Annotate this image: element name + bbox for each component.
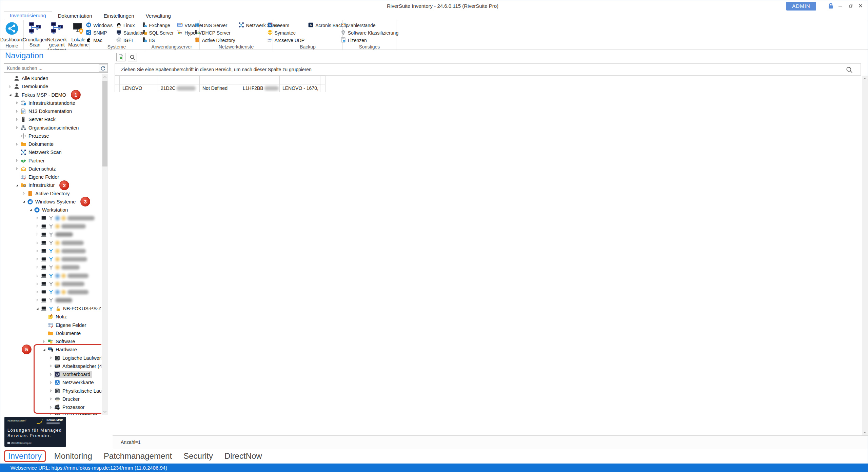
ribbon-button-grundlagen-scan[interactable]: Grundlagen Scan — [24, 21, 46, 47]
tree-item-prozessor[interactable]: CPUProzessor — [0, 403, 101, 411]
ribbon-button-lizenzen[interactable]: iLizenzen — [340, 37, 398, 44]
chevron-up-icon[interactable] — [862, 76, 868, 81]
tree-item-hardware[interactable]: Hardware — [0, 346, 101, 354]
tree-item-alle-kunden[interactable]: Alle Kunden — [0, 74, 101, 82]
ribbon-button-netzwerk-gesamt[interactable]: Netzwerk gesamt — [46, 21, 68, 47]
tree-item-partner[interactable]: Partner — [0, 157, 101, 165]
expander-open-icon[interactable] — [41, 348, 47, 352]
tree-item-motherboard[interactable]: Motherboard — [0, 370, 101, 378]
tree-item-active-directory[interactable]: Active Directory — [0, 190, 101, 198]
tree-item-physikalische-laufwerke[interactable]: Physikalische Laufwerke — [0, 387, 101, 395]
ribbon-button-dashboard[interactable]: Dashboard — [1, 21, 23, 42]
ribbon-button-software-klassifizierung[interactable]: Software Klassifizierung — [340, 29, 398, 37]
tree-item-workstation[interactable]: Workstation — [0, 206, 101, 214]
expander-closed-icon[interactable] — [48, 356, 54, 360]
expander-open-icon[interactable] — [14, 183, 20, 188]
restore-button[interactable] — [845, 1, 855, 11]
tree-item-infrastrukturstandorte[interactable]: Infrastrukturstandorte — [0, 99, 101, 107]
tree-item-datenschutz[interactable]: Datenschutz — [0, 165, 101, 173]
tree-item-redacted[interactable] — [0, 272, 101, 280]
tree-item-n13-dokumentation[interactable]: N13 Dokumentation — [0, 107, 101, 115]
expander-closed-icon[interactable] — [34, 224, 41, 229]
expander-closed-icon[interactable] — [21, 191, 27, 196]
expander-closed-icon[interactable] — [34, 257, 41, 261]
admin-button[interactable]: ADMIN — [786, 2, 816, 11]
menu-tab-verwaltung[interactable]: Verwaltung — [140, 12, 177, 20]
expander-closed-icon[interactable] — [34, 274, 41, 278]
tree-item-prozesse[interactable]: Prozesse — [0, 132, 101, 140]
expander-closed-icon[interactable] — [34, 216, 41, 220]
ribbon-button-symantec[interactable]: Symantec — [267, 29, 305, 37]
ribbon-button-dhcp-server[interactable]: DHCPDHCP Server — [194, 29, 235, 37]
module-tab-security[interactable]: Security — [183, 451, 213, 461]
expander-closed-icon[interactable] — [14, 142, 20, 146]
module-tab-monitoring[interactable]: Monitoring — [54, 451, 92, 461]
expander-closed-icon[interactable] — [34, 232, 41, 237]
tree-scrollbar[interactable] — [102, 74, 108, 415]
minimize-button[interactable] — [835, 1, 845, 11]
tree-item-logische-laufwerke[interactable]: Logische Laufwerke — [0, 354, 101, 362]
tree-item-eigene-felder[interactable]: Eigene Felder — [0, 321, 101, 329]
expander-open-icon[interactable] — [7, 93, 14, 97]
column-header-seriennummer[interactable] — [240, 76, 280, 84]
expander-closed-icon[interactable] — [7, 84, 14, 89]
chevron-up-icon[interactable] — [102, 74, 108, 80]
tree-item-dokumente[interactable]: Dokumente — [0, 329, 101, 337]
export-button[interactable] — [116, 53, 125, 61]
expander-closed-icon[interactable] — [34, 249, 41, 253]
menu-tab-dokumentation[interactable]: Dokumentation — [52, 12, 98, 20]
ribbon-button-mac[interactable]: Mac — [86, 37, 113, 44]
tree-item-redacted[interactable] — [0, 231, 101, 239]
tree-item-server-rack[interactable]: Server Rack — [0, 115, 101, 123]
tree-item-raid-controller[interactable]: RAID Controller — [0, 411, 101, 415]
group-by-bar[interactable]: Ziehen Sie eine Spaltenüberschrift in di… — [115, 63, 861, 76]
expander-closed-icon[interactable] — [14, 125, 20, 130]
column-header-bios-version[interactable] — [280, 76, 320, 84]
tree-item-redacted[interactable] — [0, 280, 101, 288]
tree-item-software[interactable]: Software — [0, 337, 101, 346]
expander-closed-icon[interactable] — [48, 372, 54, 377]
ribbon-button-z-hlerst-nde[interactable]: Zählerstände — [340, 22, 398, 29]
grid-scrollbar[interactable] — [862, 76, 868, 435]
tree-item-redacted[interactable] — [0, 263, 101, 272]
expander-closed-icon[interactable] — [14, 166, 20, 171]
expander-closed-icon[interactable] — [48, 413, 54, 415]
ribbon-button-arcserve-udp[interactable]: ARCserveArcserve UDP — [267, 37, 305, 44]
tree-item-infrastruktur[interactable]: Infrastruktur2 — [0, 181, 101, 189]
expander-open-icon[interactable] — [27, 208, 34, 212]
expander-closed-icon[interactable] — [48, 380, 54, 385]
module-tab-inventory[interactable]: Inventory — [8, 451, 42, 460]
module-tab-patchmanagement[interactable]: Patchmanagement — [104, 451, 172, 461]
tree-item-notiz[interactable]: Notiz — [0, 313, 101, 321]
ribbon-button-veeam[interactable]: Veeam — [267, 22, 305, 29]
grid-search-icon[interactable] — [846, 66, 853, 75]
ribbon-button-active-directory[interactable]: Active Directory — [194, 37, 235, 44]
table-row[interactable]: LENOVO21D2CNot DefinedL1HF2BBLENOVO - 16… — [115, 84, 326, 92]
column-header-hersteller[interactable] — [120, 76, 158, 84]
menu-tab-einstellungen[interactable]: Einstellungen — [98, 12, 140, 20]
menu-tab-inventarisierung[interactable]: Inventarisierung — [4, 11, 52, 20]
tree-item-netzwerk-scan[interactable]: Netzwerk Scan — [0, 148, 101, 156]
tree-item-redacted[interactable] — [0, 255, 101, 263]
refresh-button[interactable] — [99, 64, 107, 72]
chevron-down-icon[interactable] — [102, 409, 108, 415]
tree-item-eigene-felder[interactable]: Eigene Felder — [0, 173, 101, 181]
expander-closed-icon[interactable] — [34, 265, 41, 270]
tree-item-arbeitsspeicher-4-4[interactable]: RAMArbeitsspeicher (4/4) — [0, 362, 101, 370]
tree-item-drucker[interactable]: Drucker — [0, 395, 101, 403]
ribbon-button-snmp[interactable]: SNMP — [86, 29, 113, 37]
tree-item-redacted[interactable] — [0, 214, 101, 222]
expander-closed-icon[interactable] — [48, 364, 54, 368]
ribbon-button-exchange[interactable]: Exchange — [142, 22, 174, 29]
tree-item-redacted[interactable] — [0, 288, 101, 296]
tree-item-redacted[interactable] — [0, 247, 101, 255]
tree-item-windows-systeme[interactable]: Windows Systeme3 — [0, 198, 101, 206]
search-button[interactable] — [128, 53, 137, 61]
scrollbar-thumb[interactable] — [102, 81, 107, 166]
expander-closed-icon[interactable] — [14, 158, 20, 163]
tree-item-demokunde[interactable]: Demokunde — [0, 82, 101, 91]
expander-open-icon[interactable] — [21, 199, 27, 204]
tree-item-organisationseinheiten[interactable]: Organisationseinheiten — [0, 124, 101, 132]
expander-closed-icon[interactable] — [34, 290, 41, 294]
expander-closed-icon[interactable] — [34, 241, 41, 245]
